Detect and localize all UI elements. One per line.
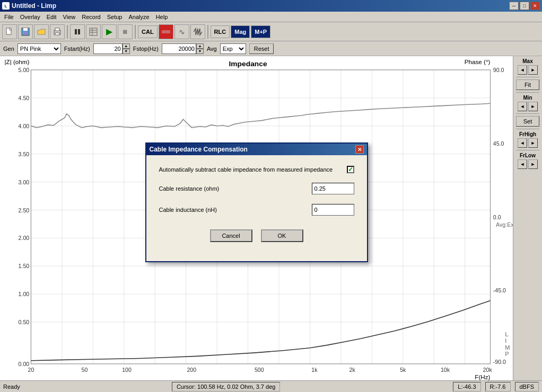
main-area: Impedance |Z| (ohm) Phase (°) xyxy=(0,56,542,380)
pause-button[interactable] xyxy=(70,24,85,39)
fit-button[interactable]: Fit xyxy=(516,79,539,90)
cancel-button[interactable]: Cancel xyxy=(210,229,252,242)
resistance-input[interactable] xyxy=(312,183,354,194)
fstart-group: ▲ ▼ xyxy=(93,43,130,54)
min-down-arrow[interactable]: ► xyxy=(528,102,538,111)
dialog-buttons: Cancel OK xyxy=(159,225,354,251)
frlow-arrows: ◄ ► xyxy=(518,159,538,169)
wave1-button[interactable]: ∿ xyxy=(174,24,189,39)
auto-subtract-label: Automatically subtract cable impedance f… xyxy=(159,166,347,173)
fstart-spinners: ▲ ▼ xyxy=(123,43,130,54)
frhigh-section: FrHigh ◄ ► xyxy=(518,131,538,148)
frlow-section: FrLow ◄ ► xyxy=(518,153,538,169)
frlow-left-arrow[interactable]: ◄ xyxy=(518,159,527,169)
titlebar-left: L Untitled - Limp xyxy=(2,2,56,10)
frlow-right-arrow[interactable]: ► xyxy=(528,159,538,169)
panel-divider-4 xyxy=(516,129,539,129)
reset-button[interactable]: Reset xyxy=(249,43,274,54)
min-label: Min xyxy=(523,95,532,101)
chart-area: Impedance |Z| (ohm) Phase (°) xyxy=(0,56,513,380)
panel-divider-2 xyxy=(516,92,539,93)
menu-edit[interactable]: Edit xyxy=(43,13,60,21)
fstart-up[interactable]: ▲ xyxy=(123,43,130,49)
ok-button[interactable]: OK xyxy=(261,229,303,242)
frhigh-arrows: ◄ ► xyxy=(518,138,538,148)
menu-setup[interactable]: Setup xyxy=(104,13,126,21)
svg-rect-9 xyxy=(78,29,80,34)
mag-button[interactable]: Mag xyxy=(231,25,250,38)
fstop-input[interactable] xyxy=(162,43,196,54)
maximize-button[interactable]: □ xyxy=(520,2,529,10)
min-section: Min ◄ ► xyxy=(518,95,538,111)
svg-rect-15 xyxy=(162,30,170,33)
fstart-down[interactable]: ▼ xyxy=(123,49,130,54)
cal-button[interactable]: CAL xyxy=(138,25,158,38)
panel-divider-1 xyxy=(516,77,539,77)
resistance-row: Cable resistance (ohm) xyxy=(159,183,354,194)
svg-rect-3 xyxy=(23,32,28,35)
statusbar: Ready Cursor: 100.58 Hz, 0.02 Ohm, 3.7 d… xyxy=(0,380,542,392)
avg-label: Avg xyxy=(207,46,217,52)
gen-select[interactable]: PN Pink Sine White Noise xyxy=(18,43,61,54)
menu-help[interactable]: Help xyxy=(153,13,171,21)
toolbar-separator-2 xyxy=(135,25,136,39)
titlebar: L Untitled - Limp ─ □ ✕ xyxy=(0,0,542,12)
frlow-label: FrLow xyxy=(520,153,536,158)
inductance-input[interactable] xyxy=(312,204,354,216)
resistance-label: Cable resistance (ohm) xyxy=(159,185,312,192)
status-ready: Ready xyxy=(3,384,168,390)
controls-bar: Gen PN Pink Sine White Noise Fstart(Hz) … xyxy=(0,41,542,56)
max-down-arrow[interactable]: ► xyxy=(528,65,538,75)
print-button[interactable] xyxy=(50,24,65,39)
table-button[interactable] xyxy=(86,24,101,39)
dialog-titlebar: Cable Impedance Compensation ✕ xyxy=(146,144,367,155)
max-up-arrow[interactable]: ◄ xyxy=(518,65,527,75)
frhigh-label: FrHigh xyxy=(519,131,536,137)
inductance-label: Cable inductance (nH) xyxy=(159,207,312,213)
fstop-group: ▲ ▼ xyxy=(162,43,204,54)
toolbar: ▶ ⏹ CAL ∿ RLC Mag M+P xyxy=(0,22,542,41)
auto-subtract-row: Automatically subtract cable impedance f… xyxy=(159,166,354,173)
mp-button[interactable]: M+P xyxy=(251,25,270,38)
signal-button[interactable] xyxy=(159,24,173,39)
svg-rect-10 xyxy=(90,28,97,35)
dialog-body: Automatically subtract cable impedance f… xyxy=(146,155,367,261)
fstart-input[interactable] xyxy=(93,43,123,54)
frhigh-left-arrow[interactable]: ◄ xyxy=(518,138,527,148)
menubar: File Overlay Edit View Record Setup Anal… xyxy=(0,12,542,22)
wave2-button[interactable] xyxy=(190,24,205,39)
set-button[interactable]: Set xyxy=(516,116,539,127)
svg-rect-2 xyxy=(23,28,28,31)
max-arrows: ◄ ► xyxy=(518,65,538,75)
menu-overlay[interactable]: Overlay xyxy=(17,13,43,21)
play-button[interactable]: ▶ xyxy=(102,24,117,39)
frhigh-right-arrow[interactable]: ► xyxy=(528,138,538,148)
max-section: Max ◄ ► xyxy=(518,58,538,75)
svg-rect-8 xyxy=(75,29,77,34)
menu-view[interactable]: View xyxy=(60,13,79,21)
cursor-info: Cursor: 100.58 Hz, 0.02 Ohm, 3.7 deg xyxy=(172,382,281,391)
app-icon: L xyxy=(2,2,10,10)
menu-analyze[interactable]: Analyze xyxy=(125,13,152,21)
new-button[interactable] xyxy=(2,24,17,39)
dialog-title: Cable Impedance Compensation xyxy=(150,146,248,153)
fstop-down[interactable]: ▼ xyxy=(196,49,204,54)
avg-select[interactable]: Exp Lin None xyxy=(220,43,246,54)
menu-record[interactable]: Record xyxy=(78,13,103,21)
stop-button[interactable]: ⏹ xyxy=(118,24,133,39)
open-button[interactable] xyxy=(34,24,49,39)
svg-marker-4 xyxy=(38,29,45,34)
titlebar-controls: ─ □ ✕ xyxy=(509,2,540,10)
dialog-close-button[interactable]: ✕ xyxy=(355,145,364,154)
menu-file[interactable]: File xyxy=(1,13,17,21)
fstop-up[interactable]: ▲ xyxy=(196,43,204,49)
fstop-label: Fstop(Hz) xyxy=(133,46,159,52)
rlc-button[interactable]: RLC xyxy=(211,25,230,38)
min-up-arrow[interactable]: ◄ xyxy=(518,102,527,111)
minimize-button[interactable]: ─ xyxy=(509,2,519,10)
dialog: Cable Impedance Compensation ✕ Automatic… xyxy=(145,142,368,262)
svg-rect-0 xyxy=(6,28,11,34)
close-button[interactable]: ✕ xyxy=(530,2,540,10)
save-button[interactable] xyxy=(18,24,33,39)
auto-subtract-checkbox[interactable]: ✓ xyxy=(347,166,354,173)
